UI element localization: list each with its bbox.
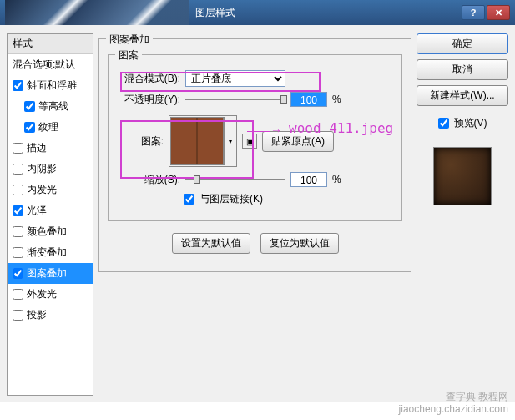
style-item-0[interactable]: 斜面和浮雕 bbox=[8, 75, 93, 96]
style-label: 内阴影 bbox=[27, 162, 57, 176]
style-label: 图案叠加 bbox=[27, 266, 67, 281]
window-title: 图层样式 bbox=[189, 6, 462, 20]
watermark-line2: jiaocheng.chazidian.com bbox=[399, 403, 508, 417]
style-checkbox[interactable] bbox=[13, 268, 23, 279]
group-title: 图案叠加 bbox=[106, 33, 153, 47]
style-label: 光泽 bbox=[27, 204, 47, 218]
close-button[interactable]: ✕ bbox=[487, 5, 510, 20]
style-label: 外发光 bbox=[27, 287, 57, 301]
center-panel: 图案叠加 图案 混合模式(B): 正片叠底 不透明度(Y): 100 % bbox=[98, 33, 411, 396]
scale-value[interactable]: 100 bbox=[290, 172, 327, 187]
link-checkbox[interactable] bbox=[184, 194, 194, 205]
opacity-value[interactable]: 100 bbox=[290, 92, 327, 107]
style-checkbox[interactable] bbox=[13, 164, 23, 175]
pattern-label: 图案: bbox=[117, 134, 164, 149]
style-checkbox[interactable] bbox=[13, 247, 23, 258]
blend-options-item[interactable]: 混合选项:默认 bbox=[8, 54, 93, 75]
pattern-overlay-group: 图案叠加 图案 混合模式(B): 正片叠底 不透明度(Y): 100 % bbox=[98, 38, 411, 272]
default-buttons-row: 设置为默认值 复位为默认值 bbox=[108, 233, 402, 254]
scale-pct: % bbox=[332, 174, 341, 185]
blend-mode-row: 混合模式(B): 正片叠底 bbox=[117, 70, 393, 87]
opacity-row: 不透明度(Y): 100 % bbox=[117, 92, 393, 107]
opacity-pct: % bbox=[332, 94, 341, 105]
link-label: 与图层链接(K) bbox=[199, 192, 263, 206]
slider-thumb[interactable] bbox=[194, 175, 200, 184]
style-item-1[interactable]: 等高线 bbox=[8, 96, 93, 117]
style-label: 纹理 bbox=[38, 120, 58, 134]
scale-label: 缩放(S): bbox=[117, 173, 180, 187]
style-item-10[interactable]: 外发光 bbox=[8, 284, 93, 305]
opacity-label: 不透明度(Y): bbox=[117, 93, 180, 107]
style-label: 等高线 bbox=[38, 99, 68, 114]
blend-options-label: 混合选项:默认 bbox=[13, 58, 75, 72]
right-panel: 确定 取消 新建样式(W)... 预览(V) bbox=[417, 33, 508, 396]
pattern-picker[interactable]: ▾ bbox=[169, 115, 237, 167]
reset-default-button[interactable]: 复位为默认值 bbox=[260, 233, 339, 254]
titlebar-art bbox=[5, 0, 189, 25]
style-label: 内发光 bbox=[27, 183, 57, 197]
style-item-9[interactable]: 图案叠加 bbox=[8, 263, 93, 284]
chevron-down-icon[interactable]: ▾ bbox=[224, 117, 235, 165]
style-item-8[interactable]: 渐变叠加 bbox=[8, 242, 93, 263]
set-default-button[interactable]: 设置为默认值 bbox=[172, 233, 250, 254]
slider-thumb[interactable] bbox=[280, 95, 287, 104]
help-button[interactable]: ? bbox=[462, 5, 485, 20]
style-label: 投影 bbox=[27, 308, 47, 322]
blend-mode-label: 混合模式(B): bbox=[117, 72, 180, 86]
dialog-body: 样式 混合选项:默认 斜面和浮雕等高线纹理描边内阴影内发光光泽颜色叠加渐变叠加图… bbox=[0, 25, 515, 402]
window-controls: ? ✕ bbox=[462, 5, 510, 20]
style-item-4[interactable]: 内阴影 bbox=[8, 159, 93, 180]
style-item-5[interactable]: 内发光 bbox=[8, 180, 93, 200]
style-item-2[interactable]: 纹理 bbox=[8, 117, 93, 138]
style-checkbox[interactable] bbox=[13, 205, 23, 216]
pattern-inner-group: 图案 混合模式(B): 正片叠底 不透明度(Y): 100 % bbox=[108, 54, 402, 221]
preview-row: 预览(V) bbox=[417, 116, 508, 130]
annotation-text: wood 411.jpeg bbox=[289, 120, 393, 136]
style-checkbox[interactable] bbox=[24, 101, 35, 112]
style-checkbox[interactable] bbox=[13, 289, 23, 300]
titlebar: 图层样式 ? ✕ bbox=[0, 0, 515, 25]
style-label: 颜色叠加 bbox=[27, 225, 67, 239]
ok-button[interactable]: 确定 bbox=[417, 33, 508, 54]
preview-swatch bbox=[433, 147, 492, 205]
style-checkbox[interactable] bbox=[13, 310, 23, 321]
style-item-3[interactable]: 描边 bbox=[8, 138, 93, 159]
preview-checkbox[interactable] bbox=[438, 118, 449, 129]
style-label: 描边 bbox=[27, 141, 47, 155]
watermark-line1: 查字典 教程网 bbox=[399, 391, 508, 404]
cancel-button[interactable]: 取消 bbox=[417, 59, 508, 80]
annotation-arrow: ——→ bbox=[247, 124, 282, 137]
style-item-11[interactable]: 投影 bbox=[8, 305, 93, 326]
blend-mode-select[interactable]: 正片叠底 bbox=[185, 70, 285, 87]
style-label: 渐变叠加 bbox=[27, 245, 67, 260]
style-checkbox[interactable] bbox=[24, 122, 35, 133]
scale-row: 缩放(S): 100 % bbox=[117, 172, 393, 187]
scale-slider[interactable] bbox=[185, 179, 285, 180]
styles-panel: 样式 混合选项:默认 斜面和浮雕等高线纹理描边内阴影内发光光泽颜色叠加渐变叠加图… bbox=[7, 33, 93, 396]
link-row: 与图层链接(K) bbox=[117, 192, 393, 206]
style-item-6[interactable]: 光泽 bbox=[8, 200, 93, 221]
style-checkbox[interactable] bbox=[13, 80, 23, 91]
new-style-button[interactable]: 新建样式(W)... bbox=[417, 85, 508, 106]
style-checkbox[interactable] bbox=[13, 143, 23, 154]
opacity-slider[interactable] bbox=[185, 99, 285, 100]
inner-group-title: 图案 bbox=[115, 48, 142, 63]
style-item-7[interactable]: 颜色叠加 bbox=[8, 221, 93, 242]
styles-header: 样式 bbox=[8, 34, 93, 54]
preview-label: 预览(V) bbox=[454, 116, 487, 130]
style-checkbox[interactable] bbox=[13, 226, 23, 237]
pattern-swatch bbox=[170, 117, 224, 165]
style-checkbox[interactable] bbox=[13, 185, 23, 195]
style-label: 斜面和浮雕 bbox=[27, 78, 77, 93]
watermark: 查字典 教程网 jiaocheng.chazidian.com bbox=[399, 391, 508, 417]
